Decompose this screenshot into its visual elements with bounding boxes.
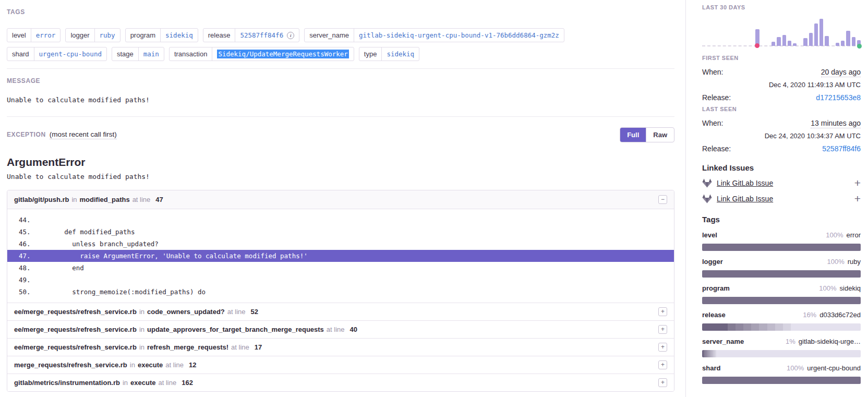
message-section-title: MESSAGE — [7, 77, 674, 85]
raw-view-button[interactable]: Raw — [646, 128, 674, 142]
exception-header: EXCEPTION (most recent call first) Full … — [7, 127, 674, 142]
last-seen-release-link[interactable]: 52587ff84f6 — [822, 145, 861, 153]
full-view-button[interactable]: Full — [620, 128, 646, 142]
stack-frame-collapsed[interactable]: ee/merge_requests/refresh_service.rb in … — [7, 303, 674, 320]
tag-dist-percent: 1% — [786, 338, 795, 345]
code-context: 44. 45. def modified_paths 46. unless br… — [7, 209, 674, 303]
tag-value-link[interactable]: ruby — [95, 29, 120, 42]
sparkline-slot — [803, 17, 807, 46]
tag-pill-logger: logger ruby — [65, 28, 120, 42]
tag-dist-key[interactable]: program — [702, 284, 730, 292]
tag-value-link[interactable]: error — [31, 29, 61, 42]
tag-distribution-bar[interactable] — [702, 297, 861, 304]
stack-frame-collapsed[interactable]: ee/merge_requests/refresh_service.rb in … — [7, 338, 674, 356]
stack-frame-collapsed[interactable]: ee/merge_requests/refresh_service.rb in … — [7, 320, 674, 338]
stack-frame-expanded-header[interactable]: gitlab/git/push.rb in modified_paths at … — [7, 190, 674, 209]
sparkline-slot — [718, 17, 722, 46]
tag-distribution-bar[interactable] — [702, 377, 861, 384]
link-gitlab-issue-link[interactable]: Link GitLab Issue — [717, 179, 773, 187]
tag-pill-level: level error — [7, 28, 61, 42]
line-code: raise ArgumentError, 'Unable to calculat… — [41, 250, 308, 262]
message-text: Unable to calculate modified paths! — [7, 96, 674, 104]
collapse-frame-button[interactable]: − — [658, 195, 667, 204]
tag-key: type — [359, 47, 382, 61]
tag-pill-server-name: server_name gitlab-sidekiq-urgent-cpu-bo… — [304, 28, 564, 42]
expand-frame-button[interactable]: + — [658, 325, 667, 334]
plus-icon[interactable]: + — [854, 178, 861, 188]
tag-key: release — [203, 29, 236, 42]
events-sparkline-chart — [702, 17, 861, 46]
frame-line-number: 40 — [350, 326, 357, 333]
sparkline-slot — [734, 17, 738, 46]
sidebar-tags-title: Tags — [702, 215, 861, 224]
line-number: 45. — [7, 226, 41, 238]
tag-distribution-bar[interactable] — [702, 244, 861, 251]
stack-frame-collapsed[interactable]: gitlab/metrics/instrumentation.rb in exe… — [7, 374, 674, 391]
tag-value-link[interactable]: sidekiq — [161, 29, 198, 42]
first-seen-title: FIRST SEEN — [702, 55, 861, 61]
frame-file: merge_requests/refresh_service.rb — [14, 361, 127, 369]
expand-frame-button[interactable]: + — [658, 360, 667, 369]
tag-dist-percent: 100% — [819, 284, 836, 292]
code-line: 50. strong_memoize(:modified_paths) do — [7, 286, 674, 298]
first-seen-marker-dot — [755, 43, 760, 48]
frame-line-number: 17 — [255, 343, 262, 351]
tag-pill-program: program sidekiq — [125, 28, 198, 42]
expand-frame-button[interactable]: + — [658, 343, 667, 352]
sparkline-slot — [825, 17, 828, 46]
sparkline-slot — [771, 17, 775, 46]
tag-dist-percent: 100% — [787, 364, 804, 372]
frame-function: execute — [138, 361, 163, 369]
linked-issue-row: Link GitLab Issue + — [702, 178, 861, 188]
frame-function: modified_paths — [80, 196, 130, 203]
tags-pills: level error logger ruby program sidekiq … — [7, 28, 674, 69]
tag-value-link[interactable]: 52587ff84f6i — [235, 29, 299, 42]
gitlab-icon — [702, 178, 712, 188]
frame-at-line-word: at line — [228, 343, 252, 351]
line-number: 47. — [7, 250, 41, 262]
expand-frame-button[interactable]: + — [658, 378, 667, 387]
sparkline-slot — [740, 17, 743, 46]
plus-icon[interactable]: + — [854, 194, 861, 203]
frame-at-line-word: at line — [324, 326, 347, 333]
tag-dist-key[interactable]: logger — [702, 258, 723, 266]
tag-dist-key[interactable]: release — [702, 311, 726, 319]
tag-value-link[interactable]: main — [139, 47, 164, 61]
code-line: 49. — [7, 274, 674, 286]
tag-distribution-bar[interactable] — [702, 270, 861, 278]
exception-order-hint: (most recent call first) — [50, 130, 117, 139]
tag-dist-key[interactable]: level — [702, 231, 717, 239]
sparkline-slot — [755, 17, 759, 46]
sparkline-slot — [724, 17, 727, 46]
selected-text-highlight: Sidekiq/UpdateMergeRequestsWorker — [217, 50, 348, 58]
sparkline-slot — [777, 17, 780, 46]
code-line: 48. end — [7, 262, 674, 274]
last-seen-marker-dot — [857, 44, 862, 49]
tag-distribution-bar[interactable] — [702, 323, 861, 331]
frame-function: code_owners_updated? — [147, 308, 225, 316]
tag-value-link[interactable]: gitlab-sidekiq-urgent-cpu-bound-v1-76b6d… — [354, 29, 564, 42]
stack-frame-collapsed[interactable]: merge_requests/refresh_service.rb in exe… — [7, 356, 674, 374]
info-icon[interactable]: i — [287, 32, 294, 39]
link-gitlab-issue-link[interactable]: Link GitLab Issue — [717, 195, 773, 203]
tag-value-link[interactable]: Sidekiq/UpdateMergeRequestsWorker — [212, 47, 353, 61]
tag-key: logger — [66, 29, 94, 42]
tag-value-link[interactable]: urgent-cpu-bound — [34, 47, 106, 61]
linked-issues-title: Linked Issues — [702, 163, 861, 172]
tag-distribution-bar[interactable] — [702, 350, 861, 357]
tag-value-link[interactable]: sidekiq — [382, 47, 419, 61]
error-type: ArgumentError — [7, 156, 674, 169]
frame-in-word: in — [137, 343, 147, 351]
tag-pill-release: release 52587ff84f6i — [203, 28, 299, 42]
tag-dist-key[interactable]: server_name — [702, 338, 744, 345]
sparkline-slot — [852, 17, 855, 46]
frame-line-number: 52 — [251, 308, 258, 316]
tag-dist-key[interactable]: shard — [702, 364, 720, 372]
first-seen-release-link[interactable]: d17215653e8 — [816, 93, 861, 102]
expand-frame-button[interactable]: + — [658, 307, 667, 316]
sparkline-slot — [745, 17, 749, 46]
linked-issue-row: Link GitLab Issue + — [702, 194, 861, 203]
line-code: def modified_paths — [41, 226, 135, 238]
first-seen-absolute: Dec 4, 2020 11:49:13 AM UTC — [702, 81, 861, 89]
line-code: strong_memoize(:modified_paths) do — [41, 286, 206, 298]
